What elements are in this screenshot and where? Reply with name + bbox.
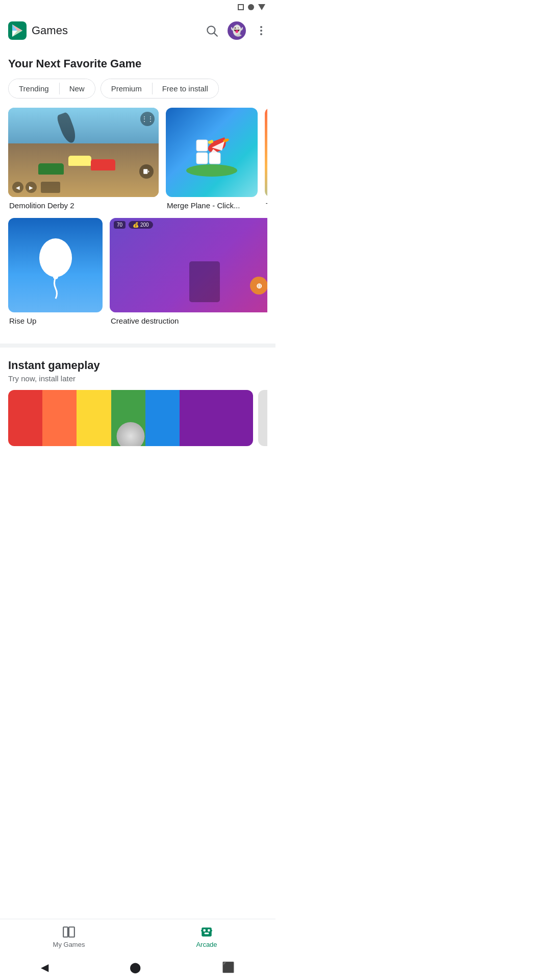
wifi-icon	[258, 4, 265, 10]
chip-new[interactable]: New	[59, 79, 95, 98]
chip-premium[interactable]: Premium	[101, 79, 152, 98]
chip-trending[interactable]: Trending	[9, 79, 59, 98]
svg-marker-10	[148, 170, 149, 173]
instant-gameplay-section: Instant gameplay Try now, install later	[0, 348, 276, 446]
creative-thumb-bg: 70 💰 200 ⏱ 02:45 ⊕	[110, 218, 267, 312]
search-icon	[205, 24, 218, 37]
video-overlay-icon	[139, 164, 154, 179]
ctrl-right: ▶	[26, 182, 37, 193]
game-card-rise-up[interactable]: Rise Up	[8, 218, 103, 325]
demolition-derby-name: Demolition Derby 2	[8, 201, 159, 210]
character-silhouette	[189, 261, 220, 302]
svg-point-11	[186, 164, 237, 177]
hud-bar	[41, 182, 60, 193]
instant-game-card-2[interactable]	[258, 390, 267, 446]
favorite-game-section: Your Next Favorite Game Trending New Pre…	[0, 47, 276, 99]
the-game-name: The ...	[265, 201, 267, 210]
instant-game-icon	[117, 422, 145, 446]
user-avatar: 👻	[228, 21, 246, 40]
derby-car-green	[38, 163, 64, 175]
svg-point-7	[260, 30, 262, 32]
games-scroll-row2: Rise Up 70 💰 200 ⏱ 02:45	[8, 218, 267, 333]
balloon-svg	[30, 230, 81, 301]
battery-icon	[238, 4, 244, 10]
the-thumb-bg	[265, 108, 267, 197]
merge-plane-bg	[166, 108, 258, 197]
games-scroll-row1: ⋮⋮ ◀ ▶ Demolition Derby 2	[8, 108, 267, 218]
signal-icon	[248, 4, 254, 10]
games-row-2: Rise Up 70 💰 200 ⏱ 02:45	[0, 218, 276, 333]
app-title: Games	[32, 24, 200, 37]
creative-destruction-thumb: 70 💰 200 ⏱ 02:45 ⊕	[110, 218, 267, 312]
game-hud-top: 70 💰 200	[114, 221, 153, 229]
chip-group-trending-new: Trending New	[8, 79, 95, 99]
svg-point-21	[39, 238, 72, 277]
instant-subtitle: Try now, install later	[8, 374, 267, 383]
rise-up-name: Rise Up	[8, 316, 103, 325]
status-bar	[0, 0, 276, 14]
creative-bg-overlay	[110, 218, 267, 312]
svg-rect-9	[143, 169, 147, 174]
play-store-logo	[8, 21, 27, 40]
app-header: Games 👻	[0, 14, 276, 47]
more-options-icon	[255, 24, 267, 37]
svg-rect-14	[196, 140, 208, 151]
the-thumb	[265, 108, 267, 197]
instant-title: Instant gameplay	[8, 359, 267, 372]
svg-rect-12	[196, 153, 208, 164]
section-divider	[0, 344, 276, 348]
ctrl-left: ◀	[12, 182, 23, 193]
chip-group-premium: Premium Free to install	[101, 79, 219, 99]
more-options-button[interactable]	[255, 24, 267, 37]
games-row-1: ⋮⋮ ◀ ▶ Demolition Derby 2	[0, 108, 276, 218]
avatar-emoji: 👻	[231, 24, 243, 37]
derby-car-yellow	[68, 156, 91, 166]
game-card-merge-plane[interactable]: Merge Plane - Click...	[166, 108, 258, 210]
merge-plane-svg	[181, 122, 242, 183]
riseup-thumb-bg	[8, 218, 103, 312]
svg-point-22	[53, 275, 58, 279]
header-actions: 👻	[205, 21, 267, 40]
hud-health: 70	[114, 221, 126, 229]
action-btn: ⊕	[250, 277, 267, 295]
play-store-icon	[10, 23, 24, 38]
thumb-overlay-icons: ⋮⋮	[140, 112, 155, 126]
svg-point-6	[260, 26, 262, 28]
demolition-derby-thumb: ⋮⋮ ◀ ▶	[8, 108, 159, 197]
svg-line-5	[214, 33, 217, 36]
instant-game-card[interactable]	[8, 390, 253, 446]
merge-plane-name: Merge Plane - Click...	[166, 201, 258, 210]
game-card-creative-destruction[interactable]: 70 💰 200 ⏱ 02:45 ⊕ Creative destruction	[110, 218, 267, 325]
instant-games-row	[8, 390, 267, 446]
merge-plane-thumb	[166, 108, 258, 197]
creative-destruction-name: Creative destruction	[110, 316, 267, 325]
rise-up-thumb	[8, 218, 103, 312]
game-card-demolition-derby[interactable]: ⋮⋮ ◀ ▶ Demolition Derby 2	[8, 108, 159, 210]
svg-point-8	[260, 33, 262, 35]
section-title-favorite: Your Next Favorite Game	[8, 57, 267, 70]
avatar-button[interactable]: 👻	[228, 21, 246, 40]
game-card-the[interactable]: The ...	[265, 108, 267, 210]
filter-chips: Trending New Premium Free to install	[8, 79, 267, 99]
hud-coins: 💰 200	[129, 221, 153, 229]
thumb-controls: ◀ ▶	[12, 182, 60, 193]
derby-car-red	[91, 159, 115, 170]
options-overlay-icon: ⋮⋮	[140, 112, 155, 126]
chip-free[interactable]: Free to install	[152, 79, 218, 98]
search-button[interactable]	[205, 24, 218, 37]
video-icon	[143, 168, 150, 175]
